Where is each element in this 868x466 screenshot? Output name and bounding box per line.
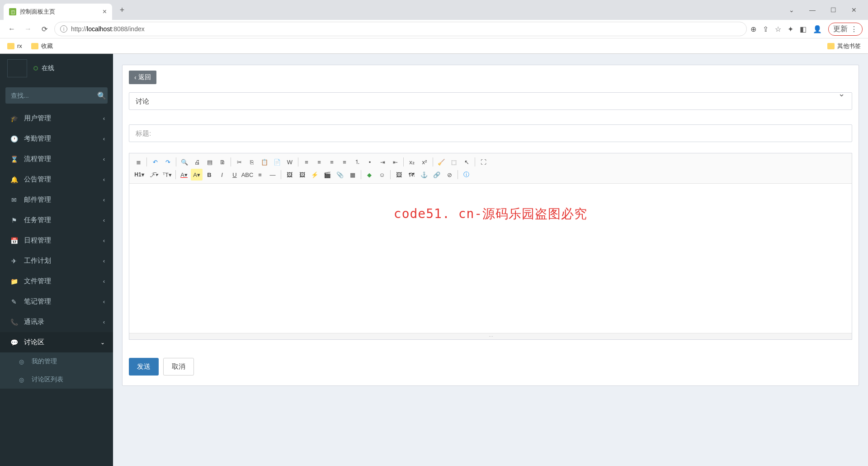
code-icon[interactable]: ◆ xyxy=(363,169,375,181)
profile-icon[interactable]: 👤 xyxy=(813,25,822,33)
heading-icon[interactable]: H1▾ xyxy=(132,169,146,181)
forecolor-icon[interactable]: A▾ xyxy=(178,169,190,181)
new-tab-button[interactable]: + xyxy=(116,4,128,16)
paste-icon[interactable]: 📋 xyxy=(259,156,270,168)
template-icon[interactable]: ▤ xyxy=(204,156,216,168)
redo-icon[interactable]: ↷ xyxy=(162,156,174,168)
sidebar-item-process[interactable]: ⌛流程管理‹ xyxy=(0,149,113,169)
map-icon[interactable]: 🗺 xyxy=(406,169,417,181)
nav-back-button[interactable]: ← xyxy=(5,23,18,35)
cut-icon[interactable]: ✂ xyxy=(233,156,245,168)
sidebar-item-notes[interactable]: ✎笔记管理‹ xyxy=(0,291,113,312)
paste-text-icon[interactable]: 📄 xyxy=(271,156,283,168)
sidebar-item-tasks[interactable]: ⚑任务管理‹ xyxy=(0,210,113,230)
window-close-button[interactable]: ✕ xyxy=(844,3,864,17)
link-icon[interactable]: 🔗 xyxy=(431,169,443,181)
undo-icon[interactable]: ↶ xyxy=(149,156,161,168)
copy-icon[interactable]: ⎘ xyxy=(246,156,258,168)
indent-icon[interactable]: ⇥ xyxy=(377,156,388,168)
align-center-icon[interactable]: ≡ xyxy=(313,156,325,168)
source-icon[interactable]: ≣ xyxy=(132,156,144,168)
editor-content-area[interactable]: code51. cn-源码乐园盗图必究 xyxy=(129,184,852,333)
sidebar-item-attendance[interactable]: 🕐考勤管理‹ xyxy=(0,128,113,149)
select-all-icon[interactable]: ⬚ xyxy=(448,156,460,168)
tab-bar: ◫ 控制面板主页 × + ⌄ — ☐ ✕ xyxy=(0,0,868,20)
multi-image-icon[interactable]: 🖼 xyxy=(296,169,308,181)
window-maximize-button[interactable]: ☐ xyxy=(823,3,844,17)
outdent-icon[interactable]: ⇤ xyxy=(389,156,401,168)
align-right-icon[interactable]: ≡ xyxy=(326,156,338,168)
table-icon[interactable]: ▦ xyxy=(347,169,359,181)
extensions-icon[interactable]: ✦ xyxy=(788,25,793,33)
bookmark-rx[interactable]: rx xyxy=(7,43,22,49)
sidebar-item-discuss[interactable]: 💬讨论区⌄ xyxy=(0,332,113,352)
bgcolor-icon[interactable]: A▾ xyxy=(191,169,203,181)
nav-forward-button[interactable]: → xyxy=(22,23,34,35)
submenu-my-manage[interactable]: ◎我的管理 xyxy=(0,352,113,371)
nav-reload-button[interactable]: ⟳ xyxy=(38,23,51,35)
preview-icon[interactable]: 🔍 xyxy=(179,156,190,168)
strike-icon[interactable]: ABC xyxy=(241,169,253,181)
bookmark-fav[interactable]: 收藏 xyxy=(31,42,53,50)
sidebar-item-users[interactable]: 🎓用户管理‹ xyxy=(0,108,113,128)
paste-word-icon[interactable]: W xyxy=(284,156,296,168)
bold-icon[interactable]: B xyxy=(203,169,215,181)
close-icon[interactable]: × xyxy=(103,8,107,16)
draft-icon[interactable]: 🗎 xyxy=(217,156,228,168)
remote-image-icon[interactable]: 🖼 xyxy=(393,169,405,181)
cancel-button[interactable]: 取消 xyxy=(163,358,194,376)
emoji-icon[interactable]: ☺ xyxy=(376,169,388,181)
font-family-icon[interactable]: 𝓕▾ xyxy=(147,169,160,181)
lineheight-icon[interactable]: ≡ xyxy=(254,169,266,181)
zoom-icon[interactable]: ⊕ xyxy=(750,25,756,33)
sidebar-item-plan[interactable]: ✈工作计划‹ xyxy=(0,251,113,271)
sidebar: 在线 🔍 🎓用户管理‹ 🕐考勤管理‹ ⌛流程管理‹ 🔔公告管理‹ ✉邮件管理‹ … xyxy=(0,54,113,466)
flash-icon[interactable]: ⚡ xyxy=(309,169,321,181)
anchor-icon[interactable]: ⚓ xyxy=(418,169,430,181)
sidepanel-icon[interactable]: ◧ xyxy=(800,25,807,33)
bookmark-other[interactable]: 其他书签 xyxy=(827,42,861,50)
sidebar-item-contacts[interactable]: 📞通讯录‹ xyxy=(0,312,113,332)
browser-tab[interactable]: ◫ 控制面板主页 × xyxy=(4,4,112,20)
sidebar-item-schedule[interactable]: 📅日程管理‹ xyxy=(0,230,113,251)
site-info-icon[interactable]: i xyxy=(60,25,67,33)
search-button[interactable]: 🔍 xyxy=(95,91,108,100)
back-button[interactable]: ‹ 返回 xyxy=(129,71,156,84)
unordered-list-icon[interactable]: • xyxy=(364,156,376,168)
bookmark-star-icon[interactable]: ☆ xyxy=(775,25,781,33)
sidebar-item-files[interactable]: 📁文件管理‹ xyxy=(0,271,113,291)
editor-resize-handle[interactable]: ⋯ xyxy=(129,333,852,339)
sidebar-item-announce[interactable]: 🔔公告管理‹ xyxy=(0,169,113,190)
toolbar-row-2: H1▾ 𝓕▾ ᵀT▾ A▾ A▾ B I U ABC ≡ ― 🖼 xyxy=(132,168,849,181)
subscript-icon[interactable]: x₂ xyxy=(406,156,418,168)
superscript-icon[interactable]: x² xyxy=(419,156,430,168)
font-size-icon[interactable]: ᵀT▾ xyxy=(161,169,173,181)
media-icon[interactable]: 🎬 xyxy=(321,169,333,181)
fullscreen-icon[interactable]: ⛶ xyxy=(477,156,489,168)
category-select[interactable]: 讨论 xyxy=(129,92,852,110)
print-icon[interactable]: 🖨 xyxy=(191,156,203,168)
cursor-icon[interactable]: ↖ xyxy=(461,156,472,168)
window-minimize-button[interactable]: — xyxy=(802,3,823,17)
window-dropdown-icon[interactable]: ⌄ xyxy=(781,3,802,17)
browser-chrome: ◫ 控制面板主页 × + ⌄ — ☐ ✕ ← → ⟳ i http://loca… xyxy=(0,0,868,54)
submit-button[interactable]: 发送 xyxy=(129,358,159,376)
unlink-icon[interactable]: ⊘ xyxy=(443,169,455,181)
image-icon[interactable]: 🖼 xyxy=(283,169,295,181)
clear-format-icon[interactable]: 🧹 xyxy=(435,156,447,168)
search-input[interactable] xyxy=(5,92,95,99)
align-left-icon[interactable]: ≡ xyxy=(301,156,312,168)
ordered-list-icon[interactable]: ⒈ xyxy=(351,156,363,168)
align-justify-icon[interactable]: ≡ xyxy=(339,156,350,168)
about-icon[interactable]: ⓘ xyxy=(460,169,472,181)
sidebar-item-mail[interactable]: ✉邮件管理‹ xyxy=(0,190,113,210)
underline-icon[interactable]: U xyxy=(229,169,241,181)
url-input[interactable]: i http://localhost:8088/index xyxy=(54,22,747,36)
file-icon[interactable]: 📎 xyxy=(334,169,346,181)
hr-icon[interactable]: ― xyxy=(267,169,278,181)
update-button[interactable]: 更新⋮ xyxy=(828,23,863,36)
submenu-discuss-list[interactable]: ◎讨论区列表 xyxy=(0,371,113,389)
share-icon[interactable]: ⇪ xyxy=(763,25,769,33)
italic-icon[interactable]: I xyxy=(216,169,228,181)
title-input[interactable] xyxy=(129,124,852,142)
